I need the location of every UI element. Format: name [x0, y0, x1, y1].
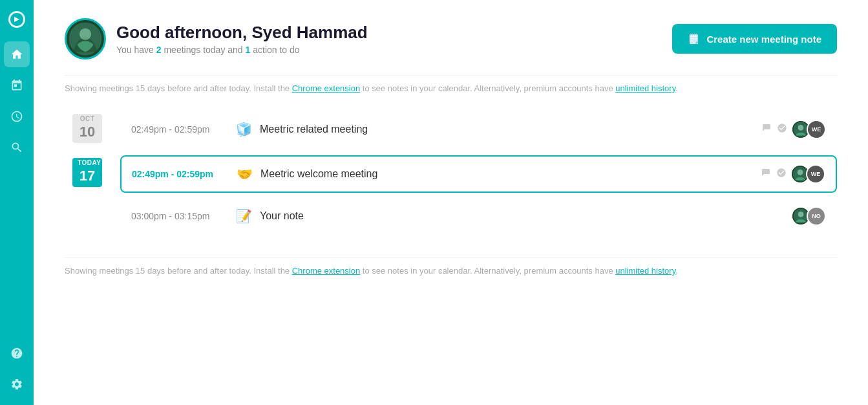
date-group-today: TODAY 17 02:49pm - 02:59pm 🤝 Meetric wel…: [65, 155, 837, 234]
meeting-avatars: WE: [795, 120, 826, 139]
subtitle-suffix: action to do: [250, 45, 299, 55]
header: Good afternoon, Syed Hammad You have 2 m…: [34, 0, 868, 75]
unlimited-history-link-bottom[interactable]: unlimited history: [615, 266, 675, 276]
meeting-name: Your note: [260, 210, 787, 222]
info-bottom-suffix: .: [675, 266, 678, 276]
svg-point-6: [798, 125, 804, 131]
avatar-no: NO: [807, 206, 826, 226]
info-bottom-mid: to see notes in your calendar. Alternati…: [360, 266, 615, 276]
meeting-avatars: NO: [795, 206, 826, 226]
logo[interactable]: [5, 8, 28, 31]
avatar-we: WE: [806, 164, 825, 184]
svg-point-12: [798, 212, 804, 217]
notes-icon: [761, 123, 772, 136]
date-day-oct10: 10: [72, 124, 102, 143]
subtitle-prefix: You have: [116, 45, 156, 55]
meeting-avatars: WE: [794, 164, 825, 184]
sidebar-bottom: [4, 340, 30, 397]
meeting-actions: [761, 168, 787, 181]
sidebar-item-settings[interactable]: [4, 371, 30, 397]
chrome-extension-link-bottom[interactable]: Chrome extension: [292, 266, 361, 276]
main-content: Good afternoon, Syed Hammad You have 2 m…: [34, 0, 868, 405]
meeting-name: Meetric welcome meeting: [260, 168, 753, 180]
header-left: Good afternoon, Syed Hammad You have 2 m…: [65, 18, 368, 60]
meetings-count: 2: [156, 45, 162, 55]
greeting-text: Good afternoon, Syed Hammad: [116, 23, 368, 43]
subtitle-middle: meetings today and: [162, 45, 246, 55]
info-bottom-prefix: Showing meetings 15 days before and afte…: [65, 266, 292, 276]
date-month-today: TODAY: [72, 158, 102, 168]
sidebar: [0, 0, 34, 405]
check-icon: [776, 168, 787, 181]
header-text: Good afternoon, Syed Hammad You have 2 m…: [116, 23, 368, 55]
date-label-today: TODAY 17: [65, 155, 110, 187]
meeting-time: 02:49pm - 02:59pm: [131, 124, 228, 135]
content-area: Showing meetings 15 days before and afte…: [34, 75, 868, 283]
meeting-icon: 📝: [236, 208, 252, 224]
svg-point-3: [79, 28, 91, 40]
svg-point-9: [798, 170, 803, 175]
meeting-time: 03:00pm - 03:15pm: [131, 211, 228, 221]
meeting-actions: [761, 123, 787, 136]
date-group-oct10: OCT 10 02:49pm - 02:59pm 🧊 Meetric relat…: [65, 111, 837, 148]
meeting-list: OCT 10 02:49pm - 02:59pm 🧊 Meetric relat…: [65, 101, 837, 252]
info-text-mid: to see notes in your calendar. Alternati…: [360, 83, 615, 93]
sidebar-item-search[interactable]: [4, 135, 30, 160]
avatar-we: WE: [807, 120, 826, 139]
table-row[interactable]: 02:49pm - 02:59pm 🤝 Meetric welcome meet…: [120, 155, 837, 193]
sidebar-item-home[interactable]: [4, 41, 30, 67]
table-row[interactable]: 03:00pm - 03:15pm 📝 Your note: [120, 198, 837, 234]
date-month-oct10: OCT: [72, 114, 102, 124]
meetings-oct10: 02:49pm - 02:59pm 🧊 Meetric related meet…: [120, 111, 837, 148]
create-btn-label: Create new meeting note: [706, 34, 821, 45]
sidebar-item-help[interactable]: [4, 340, 30, 366]
info-bar-top: Showing meetings 15 days before and afte…: [65, 75, 837, 101]
avatar: [65, 18, 106, 60]
info-text-prefix: Showing meetings 15 days before and afte…: [65, 83, 292, 93]
table-row[interactable]: 02:49pm - 02:59pm 🧊 Meetric related meet…: [120, 111, 837, 148]
meeting-time: 02:49pm - 02:59pm: [132, 169, 229, 179]
unlimited-history-link-top[interactable]: unlimited history: [615, 83, 675, 93]
sidebar-item-calendar[interactable]: [4, 72, 30, 98]
chrome-extension-link-top[interactable]: Chrome extension: [292, 83, 361, 93]
check-icon: [777, 123, 787, 136]
subtitle-text: You have 2 meetings today and 1 action t…: [116, 45, 368, 55]
meeting-icon: 🧊: [236, 122, 252, 137]
create-btn-icon: 🗒️: [688, 33, 700, 45]
meeting-name: Meetric related meeting: [260, 124, 754, 135]
date-label-oct10: OCT 10: [65, 111, 110, 143]
sidebar-item-clock[interactable]: [4, 104, 30, 129]
info-bar-bottom: Showing meetings 15 days before and afte…: [65, 257, 837, 283]
info-text-suffix: .: [675, 83, 678, 93]
notes-icon: [761, 168, 771, 181]
meetings-today: 02:49pm - 02:59pm 🤝 Meetric welcome meet…: [120, 155, 837, 234]
create-meeting-note-button[interactable]: 🗒️ Create new meeting note: [672, 24, 837, 54]
date-day-today: 17: [72, 168, 102, 187]
meeting-icon: 🤝: [237, 166, 253, 182]
